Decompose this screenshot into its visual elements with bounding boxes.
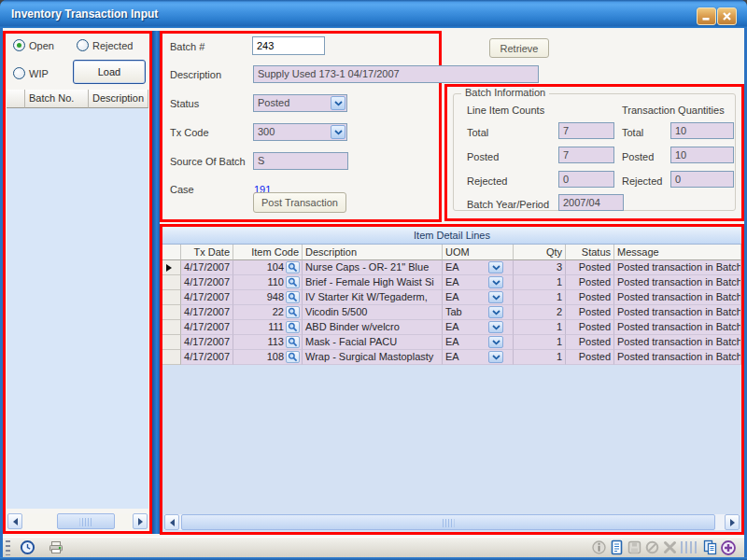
batch-description-column-header[interactable]: Description: [89, 90, 148, 108]
cell-qty[interactable]: 1: [514, 350, 566, 365]
cell-tx-date[interactable]: 4/17/2007: [181, 290, 233, 305]
source-of-batch-field[interactable]: S: [253, 152, 348, 170]
cell-item-code[interactable]: 111: [233, 320, 303, 335]
clock-button[interactable]: [19, 539, 36, 556]
cell-qty[interactable]: 1: [514, 320, 566, 335]
row-selector[interactable]: [162, 320, 181, 335]
uom-column-header[interactable]: UOM: [443, 245, 514, 260]
cell-item-code[interactable]: 948: [233, 290, 303, 305]
scroll-right-button[interactable]: [133, 513, 148, 529]
detail-hscrollbar[interactable]: [164, 514, 740, 530]
uom-dropdown-button[interactable]: [488, 276, 503, 288]
cell-status[interactable]: Posted: [566, 305, 614, 320]
scroll-left-button[interactable]: [7, 513, 22, 529]
tx-code-dropdown[interactable]: 300: [253, 123, 347, 141]
item-lookup-button[interactable]: [286, 261, 300, 273]
cell-message[interactable]: Posted transaction in Batch: [614, 335, 741, 350]
toolbar-grip[interactable]: [6, 540, 10, 555]
cell-uom[interactable]: Tab: [443, 305, 514, 320]
print-button[interactable]: [47, 539, 64, 556]
uom-dropdown-button[interactable]: [488, 306, 503, 318]
medical-button[interactable]: [719, 539, 737, 556]
batch-list-body[interactable]: [7, 108, 148, 509]
row-selector[interactable]: [162, 260, 181, 275]
close-button[interactable]: [717, 7, 737, 25]
table-row[interactable]: 4/17/2007110Brief - Female High Waist Si…: [162, 275, 741, 290]
cell-uom[interactable]: EA: [443, 290, 514, 305]
info-button[interactable]: [590, 539, 608, 556]
item-lookup-button[interactable]: [286, 306, 300, 318]
cell-description[interactable]: IV Starter Kit W/Tegaderm,: [303, 290, 443, 305]
cell-description[interactable]: Brief - Female High Waist Si: [303, 275, 443, 290]
cell-status[interactable]: Posted: [566, 275, 614, 290]
cell-description[interactable]: ABD Binder w/velcro: [303, 320, 443, 335]
uom-dropdown-button[interactable]: [488, 261, 503, 273]
cell-message[interactable]: Posted transaction in Batch: [614, 260, 741, 275]
item-lookup-button[interactable]: [286, 291, 300, 303]
description-column-header[interactable]: Description: [303, 245, 443, 260]
cell-tx-date[interactable]: 4/17/2007: [181, 305, 233, 320]
tx-code-dropdown-button[interactable]: [331, 125, 345, 139]
cell-message[interactable]: Posted transaction in Batch: [614, 275, 741, 290]
cell-item-code[interactable]: 108: [233, 350, 303, 365]
cell-qty[interactable]: 2: [514, 305, 566, 320]
uom-dropdown-button[interactable]: [488, 321, 503, 333]
cell-message[interactable]: Posted transaction in Batch: [614, 320, 741, 335]
message-column-header[interactable]: Message: [614, 245, 741, 260]
cell-item-code[interactable]: 104: [233, 260, 303, 275]
cell-status[interactable]: Posted: [566, 290, 614, 305]
uom-dropdown-button[interactable]: [488, 291, 503, 303]
cell-status[interactable]: Posted: [566, 260, 614, 275]
radio-wip[interactable]: WIP: [13, 67, 49, 79]
cell-description[interactable]: Nurse Caps - OR- 21" Blue: [303, 260, 443, 275]
post-transaction-button[interactable]: Post Transaction: [253, 192, 346, 213]
description-field[interactable]: Supply Used 173-1 04/17/2007: [253, 65, 539, 83]
cell-tx-date[interactable]: 4/17/2007: [181, 350, 233, 365]
batch-number-input[interactable]: [252, 36, 325, 55]
row-selector[interactable]: [162, 275, 181, 290]
minimize-button[interactable]: [697, 7, 716, 25]
cell-item-code[interactable]: 110: [233, 275, 303, 290]
cell-uom[interactable]: EA: [443, 275, 514, 290]
scroll-right-button[interactable]: [725, 514, 740, 530]
cell-description[interactable]: Wrap - Surgical Mastoplasty: [303, 350, 443, 365]
status-dropdown[interactable]: Posted: [253, 94, 347, 112]
batch-list-hscrollbar[interactable]: [7, 513, 148, 529]
document-button[interactable]: [608, 539, 626, 556]
cell-tx-date[interactable]: 4/17/2007: [181, 320, 233, 335]
qty-column-header[interactable]: Qty: [514, 245, 566, 260]
cell-tx-date[interactable]: 4/17/2007: [181, 335, 233, 350]
scrollbar-thumb[interactable]: [57, 513, 115, 529]
table-row[interactable]: 4/17/200722Vicodin 5/500Tab2PostedPosted…: [162, 305, 741, 320]
save-button[interactable]: [626, 539, 643, 556]
uom-dropdown-button[interactable]: [488, 336, 503, 348]
cell-uom[interactable]: EA: [443, 320, 514, 335]
cell-qty[interactable]: 1: [514, 335, 566, 350]
cell-message[interactable]: Posted transaction in Batch: [614, 350, 741, 365]
table-row[interactable]: 4/17/2007108Wrap - Surgical MastoplastyE…: [162, 350, 741, 365]
batch-no-column-header[interactable]: Batch No.: [25, 90, 89, 108]
cell-message[interactable]: Posted transaction in Batch: [614, 290, 741, 305]
status-dropdown-button[interactable]: [331, 96, 345, 110]
table-row[interactable]: 4/17/2007113Mask - Facial PACUEA1PostedP…: [162, 335, 741, 350]
cell-qty[interactable]: 1: [514, 290, 566, 305]
table-row[interactable]: 4/17/2007111ABD Binder w/velcroEA1Posted…: [162, 320, 741, 335]
cell-uom[interactable]: EA: [443, 335, 514, 350]
radio-open[interactable]: Open: [13, 39, 54, 51]
block-button[interactable]: [643, 539, 661, 556]
cell-description[interactable]: Mask - Facial PACU: [303, 335, 443, 350]
cell-status[interactable]: Posted: [566, 350, 614, 365]
panel-splitter[interactable]: [152, 31, 160, 534]
radio-rejected[interactable]: Rejected: [77, 39, 133, 51]
delete-button[interactable]: [661, 539, 679, 556]
cell-status[interactable]: Posted: [566, 335, 614, 350]
item-lookup-button[interactable]: [286, 351, 300, 363]
load-button[interactable]: Load: [73, 60, 146, 84]
tx-date-column-header[interactable]: Tx Date: [181, 245, 233, 260]
retrieve-button[interactable]: Retrieve: [489, 38, 549, 58]
item-code-column-header[interactable]: Item Code: [233, 245, 303, 260]
scrollbar-thumb[interactable]: [181, 514, 715, 530]
cell-uom[interactable]: EA: [443, 350, 514, 365]
row-selector[interactable]: [162, 350, 181, 365]
cell-item-code[interactable]: 113: [233, 335, 303, 350]
